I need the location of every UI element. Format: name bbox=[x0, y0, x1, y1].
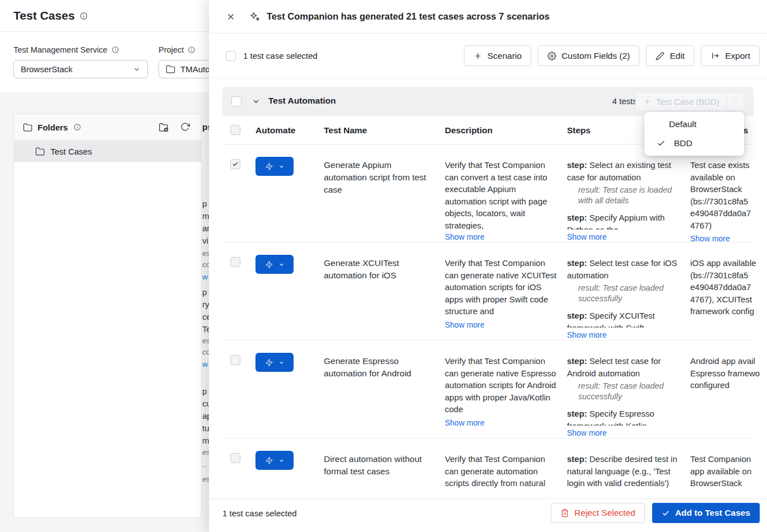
plus-icon bbox=[473, 52, 482, 60]
test-companion-modal: Test Companion has generated 21 test cas… bbox=[209, 0, 767, 532]
add-test-case-button-disabled: Test Case (BDD) bbox=[635, 92, 744, 111]
folder-icon bbox=[23, 123, 32, 132]
chevron-down-icon bbox=[278, 360, 285, 366]
steps-cell: step: Select test case for Android autom… bbox=[567, 355, 680, 438]
description-cell: Verify that Test Companion can convert a… bbox=[445, 159, 557, 242]
background-text-fragment: an bbox=[202, 223, 209, 233]
lightning-icon bbox=[265, 260, 273, 269]
check-icon bbox=[657, 139, 666, 148]
selected-count-text: 1 test case selected bbox=[243, 51, 318, 60]
row-checkbox[interactable] bbox=[230, 159, 240, 169]
background-text-fragment: ap bbox=[202, 411, 209, 421]
select-all-checkbox[interactable] bbox=[226, 51, 236, 61]
header-checkbox[interactable] bbox=[230, 125, 240, 135]
background-text-fragment: ce bbox=[202, 312, 209, 321]
column-header-test-name: Test Name bbox=[324, 125, 367, 136]
show-more-link[interactable]: Show more bbox=[567, 428, 607, 437]
background-text-fragment: m bbox=[202, 211, 209, 221]
test-case-row: Generate Appium automation script from t… bbox=[222, 144, 754, 242]
show-more-link[interactable]: Show more bbox=[567, 330, 607, 339]
test-case-row: Generate Espresso automation for Android… bbox=[222, 340, 754, 438]
folder-item-label: Test Cases bbox=[50, 147, 92, 156]
background-text-fragment: es bbox=[202, 475, 209, 483]
chevron-down-icon bbox=[278, 458, 285, 464]
row-checkbox[interactable] bbox=[230, 355, 240, 365]
show-more-link[interactable]: Show more bbox=[445, 232, 485, 241]
column-header-description: Description bbox=[445, 125, 492, 136]
automate-split-button[interactable] bbox=[255, 255, 294, 274]
test-name-cell: Generate Espresso automation for Android bbox=[324, 355, 434, 380]
add-folder-button[interactable] bbox=[159, 122, 169, 133]
occluded-background-text: pspmanviescowpryceTeescowpcuaptumes..es bbox=[202, 92, 209, 518]
app-root: Test Cases Test Management Service Brows… bbox=[0, 0, 767, 532]
close-icon[interactable] bbox=[226, 12, 236, 22]
gear-icon bbox=[547, 52, 556, 60]
background-text-fragment: cu bbox=[202, 399, 209, 408]
refresh-icon[interactable] bbox=[180, 122, 190, 133]
background-text-fragment: m bbox=[202, 436, 209, 445]
chevron-down-icon bbox=[133, 66, 141, 73]
folder-icon bbox=[166, 64, 175, 74]
preconditions-cell: Android app availEspresso framewoconfigu… bbox=[690, 355, 767, 391]
steps-cell: step: Select test case for iOS automatio… bbox=[567, 257, 680, 340]
lightning-icon bbox=[265, 162, 273, 171]
automate-split-button[interactable] bbox=[255, 157, 294, 176]
modal-toolbar: 1 test case selected Scenario Custom Fie… bbox=[209, 34, 767, 78]
modal-footer: 1 test case selected Reject Selected Add… bbox=[209, 498, 767, 532]
show-more-link[interactable]: Show more bbox=[567, 232, 607, 241]
background-text-fragment: ry bbox=[202, 300, 209, 309]
folder-icon bbox=[35, 147, 45, 156]
check-icon bbox=[662, 509, 670, 517]
info-icon[interactable] bbox=[188, 46, 196, 54]
group-checkbox[interactable] bbox=[231, 96, 241, 106]
export-button[interactable]: Export bbox=[701, 45, 760, 66]
trash-icon bbox=[560, 508, 569, 517]
service-select[interactable]: BrowserStack bbox=[13, 60, 148, 78]
lightning-icon bbox=[265, 358, 273, 367]
steps-cell: step: Describe desired test in natural l… bbox=[567, 453, 680, 491]
description-cell: Verify that Test Companion can generate … bbox=[445, 355, 557, 428]
custom-fields-button[interactable]: Custom Fields (2) bbox=[538, 45, 639, 66]
pencil-icon bbox=[656, 52, 664, 60]
sparkle-icon bbox=[249, 11, 260, 22]
folders-header: Folders bbox=[14, 114, 201, 141]
edit-button[interactable]: Edit bbox=[646, 45, 694, 66]
menu-item[interactable]: BDD bbox=[644, 134, 744, 153]
menu-item[interactable]: Default bbox=[644, 115, 744, 134]
collapse-group-chevron-icon[interactable] bbox=[252, 97, 261, 106]
show-more-link[interactable]: Show more bbox=[445, 418, 485, 427]
group-test-count: 4 tests bbox=[612, 96, 637, 106]
steps-cell: step: Select an existing test case for a… bbox=[567, 159, 680, 242]
automate-split-button[interactable] bbox=[255, 353, 294, 372]
page-title: Test Cases bbox=[13, 9, 75, 22]
background-text-fragment: es bbox=[202, 249, 209, 258]
export-icon bbox=[710, 51, 720, 60]
add-scenario-button[interactable]: Scenario bbox=[464, 45, 531, 66]
row-checkbox[interactable] bbox=[230, 453, 240, 463]
description-cell: Verify that Test Companion can generate … bbox=[445, 257, 557, 330]
column-header-steps: Steps bbox=[567, 125, 591, 136]
folder-item[interactable]: Test Cases bbox=[14, 141, 201, 162]
chevron-down-icon bbox=[727, 92, 743, 110]
info-icon[interactable] bbox=[111, 46, 119, 54]
info-icon[interactable] bbox=[80, 12, 88, 20]
footer-selected-count: 1 test case selected bbox=[222, 508, 297, 532]
menu-item-label: BDD bbox=[674, 138, 692, 148]
reject-selected-button[interactable]: Reject Selected bbox=[551, 503, 645, 523]
background-text-fragment: es bbox=[202, 448, 209, 456]
folders-panel: Folders Test Cases bbox=[13, 114, 202, 518]
chevron-down-icon bbox=[278, 164, 285, 170]
plus-icon bbox=[643, 97, 652, 106]
test-case-row: Generate XCUITest automation for iOS Ver… bbox=[222, 242, 754, 340]
background-text-fragment: Te bbox=[202, 324, 209, 334]
background-text-fragment: .. bbox=[202, 460, 207, 469]
automate-split-button[interactable] bbox=[255, 451, 294, 470]
background-text-fragment: vi bbox=[202, 236, 208, 245]
row-checkbox[interactable] bbox=[230, 257, 240, 267]
show-more-link[interactable]: Show more bbox=[445, 320, 485, 329]
modal-title: Test Companion has generated 21 test cas… bbox=[267, 11, 550, 22]
info-icon[interactable] bbox=[73, 123, 81, 131]
show-more-link[interactable]: Show more bbox=[690, 234, 730, 243]
service-label: Test Management Service bbox=[13, 45, 148, 54]
add-to-test-cases-button[interactable]: Add to Test Cases bbox=[652, 503, 760, 523]
